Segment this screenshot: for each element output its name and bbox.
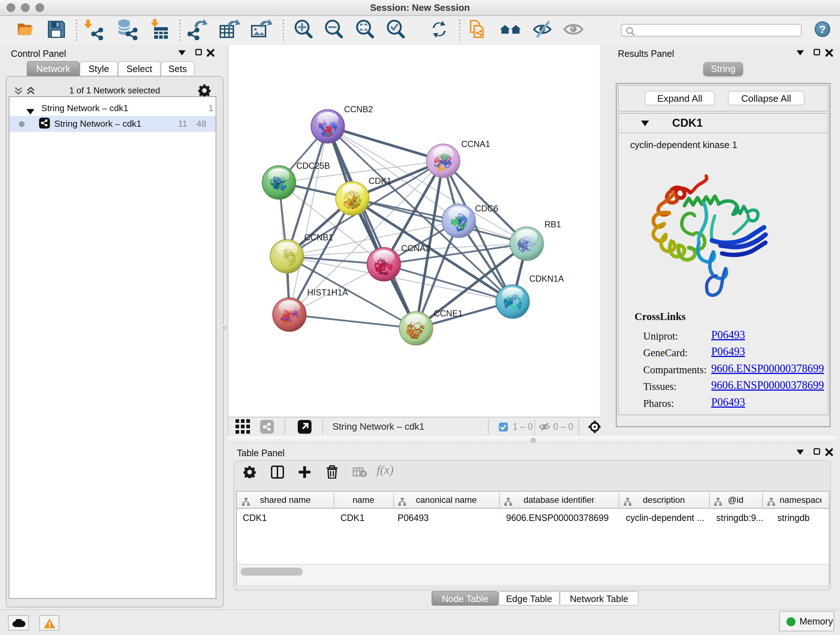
svg-text:CCNB1: CCNB1: [304, 233, 333, 242]
svg-text:CDKN1A: CDKN1A: [529, 274, 564, 283]
svg-text:CCNE1: CCNE1: [434, 309, 463, 318]
svg-text:CDC25B: CDC25B: [296, 161, 330, 171]
svg-text:CDC6: CDC6: [475, 204, 498, 213]
svg-text:CCNA2: CCNA2: [401, 244, 430, 253]
svg-text:CCNA1: CCNA1: [461, 139, 490, 149]
svg-text:RB1: RB1: [545, 220, 561, 229]
svg-text:CCNB2: CCNB2: [344, 105, 373, 114]
svg-text:HIST1H1A: HIST1H1A: [307, 288, 348, 297]
svg-text:CDK1: CDK1: [369, 176, 392, 186]
